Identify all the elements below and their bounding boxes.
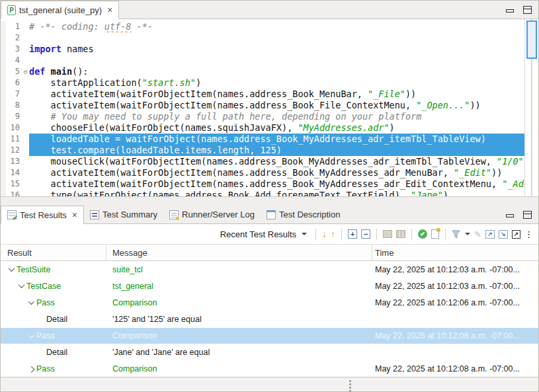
- video-capture-icon[interactable]: [396, 230, 405, 238]
- test-result-row[interactable]: PassComparisonMay 22, 2025 at 10:12:08 a…: [1, 360, 538, 377]
- close-tab-icon[interactable]: ×: [72, 210, 77, 219]
- annotate-icon[interactable]: ✎: [474, 230, 481, 239]
- column-header-time[interactable]: Time: [372, 245, 538, 260]
- fold-margin: [22, 122, 29, 134]
- code-line[interactable]: 5⊖def main():: [1, 66, 524, 77]
- sash-handle-icon[interactable]: [349, 380, 351, 382]
- code-line[interactable]: 1# -*- coding: utf-8 -*-: [1, 21, 524, 32]
- test-result-row[interactable]: Detail'Jane' and 'Jane' are equal: [1, 344, 538, 360]
- chevron-expanded-icon[interactable]: [26, 334, 36, 338]
- code-line[interactable]: 12 test.compare(loadedTable.items.length…: [1, 145, 524, 156]
- annotation-ruler: [1, 167, 6, 178]
- close-tab-icon[interactable]: ×: [107, 5, 112, 15]
- code-line[interactable]: 8 activateItem(waitForObjectItem(names.a…: [1, 100, 524, 111]
- annotation-ruler: [1, 100, 6, 111]
- time-cell: May 22, 2025 at 10:12:03 a.m. -07:00...: [372, 282, 538, 291]
- recent-results-dropdown[interactable]: Recent Test Results: [218, 228, 310, 241]
- line-number: 16: [6, 190, 22, 196]
- bottom-sash[interactable]: [1, 377, 538, 391]
- tab-tst-general[interactable]: P tst_general (suite_py) ×: [1, 1, 119, 19]
- annotation-ruler: [1, 145, 6, 156]
- fold-margin: [22, 134, 29, 145]
- fold-marker-icon[interactable]: ⊖: [22, 66, 29, 77]
- column-header-message[interactable]: Message: [106, 245, 372, 260]
- code-line[interactable]: 7 activateItem(waitForObjectItem(names.a…: [1, 89, 524, 100]
- code-line[interactable]: 6 startApplication("start.sh"): [1, 77, 524, 89]
- squish-ide-window: P tst_general (suite_py) × 1# -*- coding…: [0, 0, 539, 392]
- panel-tabbar: ✔ Test Results × Test Summary Runner/Ser…: [1, 206, 538, 224]
- line-number: 14: [6, 167, 22, 178]
- message-cell: 'Jane' and 'Jane' are equal: [106, 348, 372, 357]
- tab-test-summary-label: Test Summary: [103, 210, 157, 219]
- fold-margin: [22, 55, 29, 66]
- tab-test-results[interactable]: ✔ Test Results ×: [1, 206, 84, 224]
- chevron-collapsed-icon[interactable]: [26, 366, 36, 371]
- annotation-ruler: [1, 190, 6, 196]
- editor-vertical-scrollbar[interactable]: [524, 19, 538, 196]
- tab-test-results-label: Test Results: [20, 210, 67, 220]
- collapse-all-icon[interactable]: −: [361, 229, 370, 239]
- previous-result-icon[interactable]: ↑: [331, 229, 335, 239]
- code-text: activateItem(waitForObjectItem(names.add…: [29, 178, 524, 190]
- annotation-ruler: [1, 89, 6, 100]
- test-results-panel: ✔ Test Results × Test Summary Runner/Ser…: [1, 206, 538, 391]
- code-text: def main():: [29, 66, 524, 77]
- test-results-icon: ✔: [7, 210, 17, 219]
- code-text: startApplication("start.sh"): [29, 77, 524, 89]
- minimize-icon[interactable]: [506, 214, 514, 217]
- test-result-row[interactable]: Detail'125' and '125' are equal: [1, 311, 538, 327]
- code-line[interactable]: 11 loadedTable = waitForObject(names.add…: [1, 134, 524, 145]
- filter-icon[interactable]: [452, 230, 461, 239]
- verification-icon[interactable]: ✔: [418, 229, 427, 239]
- code-text: type(waitForObject(names.address_Book_Ad…: [29, 190, 524, 196]
- filter-menu-caret-icon[interactable]: [465, 233, 470, 235]
- tab-test-summary[interactable]: Test Summary: [84, 206, 163, 223]
- line-number: 5: [6, 66, 22, 77]
- tab-test-description[interactable]: Test Description: [261, 206, 346, 223]
- scrollbar-thumb[interactable]: [526, 20, 537, 59]
- line-number: 2: [6, 32, 22, 44]
- fold-margin: [22, 44, 29, 55]
- test-result-row[interactable]: PassComparisonMay 22, 2025 at 10:12:08 a…: [1, 327, 538, 344]
- result-label: Pass: [36, 298, 55, 307]
- annotation-ruler: [1, 66, 6, 77]
- code-line[interactable]: 15 activateItem(waitForObjectItem(names.…: [1, 178, 524, 190]
- minimize-icon[interactable]: [506, 9, 514, 13]
- import-results-icon[interactable]: ↘: [499, 230, 508, 239]
- chevron-expanded-icon[interactable]: [16, 284, 26, 288]
- maximize-icon[interactable]: [523, 6, 532, 14]
- code-line[interactable]: 3import names: [1, 44, 524, 55]
- export-results-icon[interactable]: ↗: [485, 230, 495, 239]
- maximize-icon[interactable]: [523, 211, 532, 219]
- chevron-expanded-icon[interactable]: [6, 267, 17, 272]
- test-result-row[interactable]: TestSuitesuite_tclMay 22, 2025 at 10:12:…: [1, 261, 538, 278]
- next-result-icon[interactable]: ↓: [322, 229, 327, 239]
- test-result-row[interactable]: TestCasetst_generalMay 22, 2025 at 10:12…: [1, 278, 538, 294]
- annotation-ruler: [1, 32, 6, 44]
- code-line[interactable]: 16 type(waitForObject(names.address_Book…: [1, 190, 524, 196]
- result-cell: Detail: [1, 315, 106, 324]
- code-line[interactable]: 2: [1, 32, 524, 44]
- test-summary-icon: [90, 210, 99, 219]
- results-toolbar: Recent Test Results ↓ ↑ + − ✔ ✎ ↗ ↘ ↗ ⋮: [1, 224, 538, 244]
- code-line[interactable]: 4: [1, 55, 524, 66]
- open-external-icon[interactable]: ↗: [512, 230, 520, 239]
- test-result-row[interactable]: PassComparisonMay 22, 2025 at 10:12:06 a…: [1, 294, 538, 311]
- code-line[interactable]: 13 mouseClick(waitForObjectItem(names.ad…: [1, 156, 524, 167]
- line-number: 15: [6, 178, 22, 190]
- message-cell: '125' and '125' are equal: [106, 315, 372, 324]
- code-line[interactable]: 14 activateItem(waitForObjectItem(names.…: [1, 167, 524, 178]
- result-cell: Pass: [1, 331, 106, 340]
- code-editor[interactable]: 1# -*- coding: utf-8 -*-23import names45…: [1, 19, 524, 196]
- tab-runner-server-log[interactable]: Runner/Server Log: [163, 206, 261, 223]
- message-cell: Comparison: [106, 364, 372, 373]
- editor-horizontal-scrollbar[interactable]: [1, 196, 538, 206]
- code-line[interactable]: 9 # You may need to supply a full path h…: [1, 111, 524, 122]
- column-header-result[interactable]: Result: [1, 245, 106, 260]
- new-report-icon[interactable]: [431, 229, 439, 239]
- view-menu-icon[interactable]: ⋮: [524, 230, 533, 239]
- screenshot-icon[interactable]: [383, 230, 392, 238]
- chevron-expanded-icon[interactable]: [26, 300, 36, 305]
- code-line[interactable]: 10 chooseFile(waitForObject(names.squish…: [1, 122, 524, 134]
- expand-all-icon[interactable]: +: [348, 229, 357, 239]
